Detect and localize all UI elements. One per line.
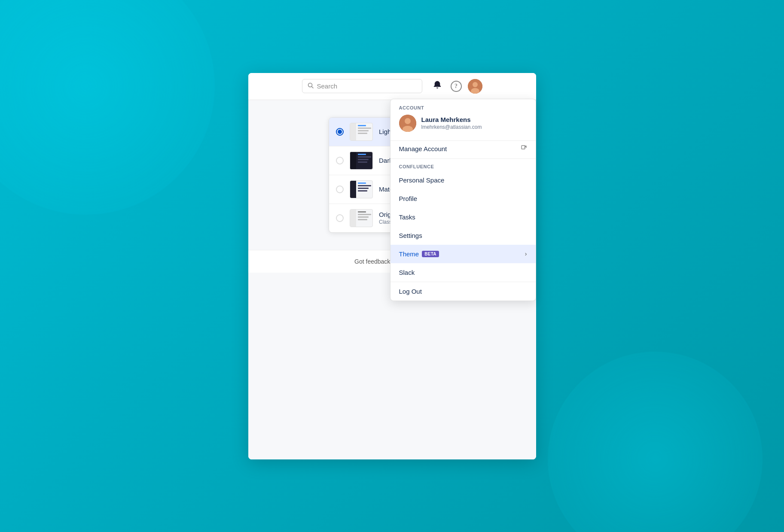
- radio-light: [336, 128, 344, 136]
- avatar-button[interactable]: [468, 79, 482, 94]
- thumb-line-accent-dark: [358, 154, 366, 155]
- thumb-line-accent-light: [358, 125, 366, 126]
- slack-label: Slack: [399, 269, 415, 276]
- thumb-sidebar-dark: [350, 152, 356, 169]
- thumb-line-2-dark: [358, 159, 369, 160]
- theme-beta-badge: BETA: [422, 251, 439, 257]
- app-container: Search ?: [248, 73, 536, 459]
- settings-label: Settings: [399, 232, 422, 239]
- theme-thumbnail-light: [350, 123, 373, 141]
- theme-row: Theme BETA: [399, 250, 439, 258]
- thumb-line-3-light: [358, 133, 367, 134]
- theme-thumbnail-dark: [350, 152, 373, 170]
- thumb-line-2-match: [358, 188, 369, 189]
- manage-account-item[interactable]: Manage Account: [390, 141, 536, 158]
- manage-account-label: Manage Account: [399, 145, 447, 152]
- menu-item-theme[interactable]: Theme BETA ›: [390, 245, 536, 263]
- thumb-content-original: [358, 211, 371, 222]
- avatar: [468, 79, 482, 94]
- menu-item-personal-space[interactable]: Personal Space: [390, 171, 536, 189]
- chevron-right-icon: ›: [525, 250, 527, 257]
- thumb-line-1-light: [358, 128, 371, 129]
- account-section-label: ACCOUNT: [399, 105, 527, 110]
- logout-label: Log Out: [399, 288, 422, 295]
- account-section: ACCOUNT Laura Mehrkens lmehrkens@atlassi…: [390, 99, 536, 140]
- radio-inner-light: [338, 130, 342, 134]
- radio-dark: [336, 157, 344, 164]
- thumb-line-1-match: [358, 185, 371, 186]
- thumb-line-3-match: [358, 190, 367, 192]
- bell-icon: [433, 80, 442, 92]
- dropdown-menu: ACCOUNT Laura Mehrkens lmehrkens@atlassi…: [390, 99, 536, 301]
- radio-original: [336, 214, 344, 222]
- search-icon: [308, 82, 314, 90]
- theme-thumbnail-original: [350, 209, 373, 227]
- header-icons: ?: [430, 79, 482, 94]
- help-button[interactable]: ?: [449, 79, 464, 94]
- menu-item-profile[interactable]: Profile: [390, 189, 536, 208]
- account-email: lmehrkens@atlassian.com: [421, 124, 482, 130]
- menu-item-logout[interactable]: Log Out: [390, 282, 536, 301]
- account-name: Laura Mehrkens: [421, 116, 482, 123]
- thumb-line-2-original: [358, 216, 369, 218]
- header: Search ?: [248, 73, 536, 100]
- thumb-content-dark: [358, 154, 371, 164]
- svg-point-6: [405, 118, 411, 124]
- search-placeholder: Search: [317, 82, 338, 90]
- help-icon: ?: [451, 81, 462, 92]
- external-link-icon: [521, 145, 527, 152]
- radio-match-browser: [336, 185, 344, 193]
- menu-item-settings[interactable]: Settings: [390, 226, 536, 245]
- svg-point-3: [473, 82, 478, 87]
- thumb-line-1-original: [358, 214, 371, 215]
- confluence-section-label: CONFLUENCE: [390, 164, 536, 169]
- personal-space-label: Personal Space: [399, 176, 445, 184]
- thumb-line-1-dark: [358, 156, 371, 158]
- thumb-line-2-light: [358, 130, 369, 131]
- account-row: Laura Mehrkens lmehrkens@atlassian.com: [399, 115, 527, 138]
- thumb-content-match: [358, 182, 371, 193]
- thumb-content-light: [358, 125, 371, 135]
- search-bar[interactable]: Search: [302, 79, 422, 93]
- thumb-line-accent-match: [358, 182, 366, 184]
- thumb-sidebar-original: [350, 210, 356, 227]
- feedback-text: Got feedback?: [354, 258, 394, 265]
- theme-thumbnail-match: [350, 180, 373, 198]
- confluence-section: CONFLUENCE Personal Space Profile Tasks …: [390, 159, 536, 282]
- bg-decoration-1: [0, 0, 215, 215]
- bg-decoration-2: [548, 352, 763, 532]
- menu-item-slack[interactable]: Slack: [390, 263, 536, 282]
- thumb-line-3-dark: [358, 161, 367, 163]
- thumb-line-3-original: [358, 219, 367, 220]
- thumb-sidebar-light: [350, 123, 356, 140]
- thumb-sidebar-match: [350, 181, 356, 198]
- bell-button[interactable]: [430, 79, 445, 94]
- tasks-label: Tasks: [399, 213, 415, 221]
- svg-line-1: [311, 87, 313, 88]
- account-info: Laura Mehrkens lmehrkens@atlassian.com: [421, 116, 482, 130]
- account-avatar: [399, 115, 416, 132]
- menu-item-tasks[interactable]: Tasks: [390, 208, 536, 226]
- thumb-line-accent-original: [358, 211, 366, 213]
- theme-label: Theme: [399, 250, 419, 258]
- profile-label: Profile: [399, 195, 418, 202]
